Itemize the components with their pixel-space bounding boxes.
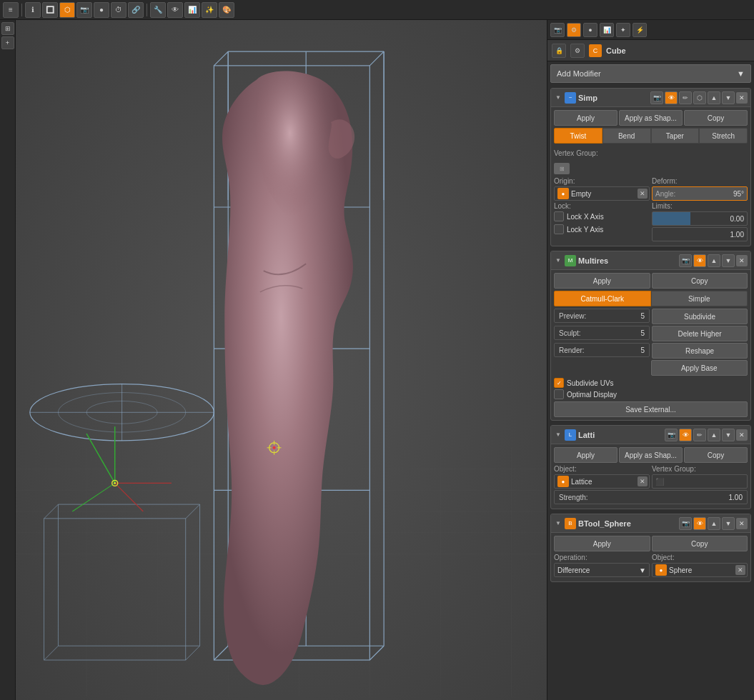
- simp-cage-icon[interactable]: ⬡: [693, 91, 706, 104]
- btool-operation-select[interactable]: Difference ▼: [554, 563, 650, 577]
- latti-down-btn[interactable]: ▼: [722, 429, 735, 441]
- modifier-simp-header: ▼ ~ Simp 📷 👁 ✏ ⬡ ▲ ▼ ✕: [551, 89, 750, 107]
- toolbar-icon-anim[interactable]: ⏱: [111, 2, 127, 18]
- multires-close-btn[interactable]: ✕: [736, 255, 748, 266]
- multires-save-external-btn[interactable]: Save External...: [554, 401, 748, 417]
- toolbar-icon-particle[interactable]: ✨: [202, 2, 217, 18]
- btool-up-btn[interactable]: ▲: [708, 517, 720, 530]
- latti-object-input[interactable]: ● Lattice ✕: [554, 474, 650, 489]
- tab-stretch[interactable]: Stretch: [699, 128, 748, 144]
- panel-icon-material[interactable]: ●: [583, 23, 597, 37]
- tab-twist[interactable]: Twist: [554, 128, 602, 144]
- multires-render-stepper[interactable]: Render: 5: [554, 343, 650, 357]
- latti-collapse-arrow[interactable]: ▼: [554, 431, 562, 439]
- multires-preview-stepper[interactable]: Preview: 5: [554, 309, 650, 323]
- simp-render-icon[interactable]: 📷: [650, 91, 663, 104]
- multires-subdivide-uvs-check[interactable]: ✓: [554, 378, 564, 388]
- multires-apply-base-btn[interactable]: Apply Base: [651, 360, 748, 376]
- simp-close-btn[interactable]: ✕: [736, 92, 748, 104]
- panel-icon-particles[interactable]: ✦: [616, 23, 630, 37]
- multires-optimal-check[interactable]: [554, 389, 564, 399]
- multires-optimal-row: Optimal Display: [554, 389, 748, 399]
- toolbar-icon-render[interactable]: 📷: [76, 2, 92, 18]
- btool-object-input[interactable]: ● Sphere ✕: [652, 563, 748, 577]
- panel-icon-data[interactable]: 📊: [600, 23, 614, 37]
- header-lock-icon[interactable]: 🔒: [552, 44, 566, 58]
- tab-taper[interactable]: Taper: [651, 128, 700, 144]
- btool-close-btn[interactable]: ✕: [736, 518, 748, 529]
- multires-delete-higher-btn[interactable]: Delete Higher: [652, 326, 748, 341]
- simp-lock-y-label: Lock Y Axis: [567, 226, 603, 234]
- simp-edit-icon[interactable]: ✏: [679, 91, 692, 104]
- multires-copy-btn[interactable]: Copy: [652, 273, 748, 289]
- header-settings-icon[interactable]: ⚙: [570, 44, 585, 58]
- latti-vgroup-input[interactable]: ⬛: [652, 474, 748, 489]
- simp-up-btn[interactable]: ▲: [708, 91, 720, 104]
- toolbar-icon-data[interactable]: 📊: [184, 2, 200, 18]
- btool-down-btn[interactable]: ▼: [722, 517, 735, 530]
- panel-icon-object[interactable]: ⚙: [567, 23, 581, 37]
- multires-sculpt-stepper[interactable]: Sculpt: 5: [554, 326, 650, 340]
- latti-edit-icon[interactable]: ✏: [693, 429, 706, 441]
- multires-render-icon[interactable]: 📷: [679, 254, 692, 267]
- toolbar-icon-info[interactable]: ℹ: [25, 2, 41, 18]
- viewport-left-btn-2[interactable]: +: [1, 36, 14, 49]
- multires-subdivide-btn[interactable]: Subdivide: [652, 309, 748, 324]
- btool-view-icon[interactable]: 👁: [693, 517, 706, 530]
- btool-copy-btn[interactable]: Copy: [652, 536, 748, 551]
- tab-bend[interactable]: Bend: [602, 128, 651, 144]
- multires-up-btn[interactable]: ▲: [708, 254, 720, 267]
- latti-up-btn[interactable]: ▲: [708, 429, 720, 441]
- simp-down-btn[interactable]: ▼: [722, 91, 735, 104]
- latti-render-icon[interactable]: 📷: [665, 429, 678, 441]
- latti-view-icon[interactable]: 👁: [679, 429, 692, 441]
- btool-apply-btn[interactable]: Apply: [554, 536, 650, 551]
- simp-angle-input[interactable]: Angle: 95°: [652, 186, 748, 201]
- simp-collapse-arrow[interactable]: ▼: [554, 94, 562, 102]
- simp-apply-btn[interactable]: Apply: [554, 110, 617, 126]
- latti-close-btn[interactable]: ✕: [736, 429, 748, 441]
- tab-simple[interactable]: Simple: [651, 291, 748, 306]
- simp-lock-y-check[interactable]: [554, 224, 564, 234]
- toolbar-icon-scene[interactable]: 🔳: [42, 2, 58, 18]
- btool-object-clear[interactable]: ✕: [735, 565, 745, 575]
- multires-sculpt-val: 5: [640, 329, 649, 337]
- latti-object-clear[interactable]: ✕: [638, 476, 648, 486]
- svg-line-45: [115, 483, 144, 511]
- tab-catmull[interactable]: Catmull-Clark: [554, 291, 651, 306]
- simp-apply-shape-btn[interactable]: Apply as Shap...: [619, 110, 683, 126]
- simp-origin-input[interactable]: ● Empty ✕: [554, 186, 650, 201]
- simp-lock-x-check[interactable]: [554, 211, 564, 221]
- multires-view-icon[interactable]: 👁: [693, 254, 706, 267]
- btool-collapse-arrow[interactable]: ▼: [554, 519, 562, 528]
- simp-limit-max[interactable]: 1.00: [652, 227, 748, 241]
- latti-strength-stepper[interactable]: Strength: 1.00: [554, 490, 748, 504]
- latti-apply-shape-btn[interactable]: Apply as Shap...: [619, 447, 683, 463]
- multires-down-btn[interactable]: ▼: [722, 254, 735, 267]
- panel-icon-camera[interactable]: 📷: [550, 23, 565, 37]
- svg-point-47: [114, 482, 116, 484]
- simp-copy-btn[interactable]: Copy: [684, 110, 748, 126]
- toolbar-icon-physics[interactable]: 🔗: [128, 2, 144, 18]
- latti-copy-btn[interactable]: Copy: [684, 447, 748, 463]
- simp-origin-clear[interactable]: ✕: [638, 189, 648, 199]
- simp-view-icon[interactable]: 👁: [665, 91, 678, 104]
- viewport-left-btn-1[interactable]: ⊞: [1, 22, 14, 35]
- multires-apply-btn[interactable]: Apply: [554, 273, 650, 289]
- simp-limit-min[interactable]: 0.00: [652, 211, 748, 226]
- toolbar-icon-menu[interactable]: ≡: [3, 2, 19, 18]
- multires-reshape-btn[interactable]: Reshape: [652, 343, 748, 359]
- toolbar-icon-view[interactable]: 👁: [167, 2, 183, 18]
- multires-collapse-arrow[interactable]: ▼: [554, 256, 562, 265]
- object-name: Cube: [606, 46, 626, 55]
- latti-apply-btn[interactable]: Apply: [554, 447, 617, 463]
- toolbar-icon-material[interactable]: ●: [94, 2, 109, 18]
- btool-render-icon[interactable]: 📷: [679, 517, 692, 530]
- toolbar-icon-tools[interactable]: 🔧: [150, 2, 166, 18]
- simp-angle-label: Angle:: [655, 190, 675, 198]
- toolbar-icon-object[interactable]: ⬡: [59, 2, 75, 18]
- panel-icon-physics[interactable]: ⚡: [633, 23, 647, 37]
- add-modifier-btn[interactable]: Add Modifier ▼: [550, 64, 751, 83]
- toolbar-icon-paint[interactable]: 🎨: [219, 2, 234, 18]
- viewport[interactable]: View Select Object: [16, 20, 547, 700]
